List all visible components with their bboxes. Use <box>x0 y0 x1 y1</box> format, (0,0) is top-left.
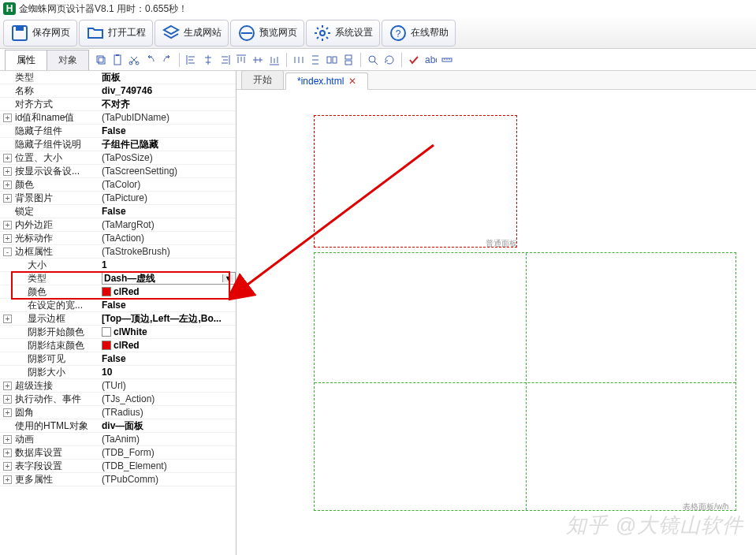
paste-icon[interactable] <box>110 52 125 68</box>
property-row[interactable]: +位置、大小(TaPosSize) <box>0 151 236 165</box>
align-center-v-icon[interactable] <box>250 52 266 68</box>
expand-toggle[interactable]: + <box>3 234 12 243</box>
ruler-icon[interactable] <box>439 52 455 68</box>
property-row[interactable]: 阴影可见False <box>0 352 236 366</box>
property-row[interactable]: 锁定False <box>0 205 236 218</box>
check-icon[interactable] <box>406 52 422 68</box>
align-bottom-icon[interactable] <box>266 52 282 68</box>
align-top-icon[interactable] <box>233 52 249 68</box>
property-value[interactable]: 子组件已隐藏 <box>102 138 236 151</box>
design-canvas[interactable]: 普通面板 表格面板/w/h <box>236 90 756 555</box>
refresh-icon[interactable] <box>382 52 397 68</box>
same-height-icon[interactable] <box>341 52 356 68</box>
expand-toggle[interactable]: + <box>3 435 12 444</box>
close-tab-icon[interactable]: ✕ <box>348 76 356 87</box>
property-value[interactable]: 不对齐 <box>102 98 236 111</box>
expand-toggle[interactable]: + <box>3 114 12 122</box>
expand-toggle[interactable]: + <box>3 167 12 176</box>
property-value[interactable]: (TJs_Action) <box>102 393 236 404</box>
dist-h-icon[interactable] <box>291 52 307 68</box>
property-value[interactable]: clRed <box>102 286 236 297</box>
property-value[interactable]: (TUrl) <box>102 380 236 391</box>
property-row[interactable]: +更多属性(TPubComm) <box>0 473 236 486</box>
property-row[interactable]: 在设定的宽...False <box>0 299 236 312</box>
expand-toggle[interactable]: + <box>3 382 12 390</box>
preview-button[interactable]: 预览网页 <box>230 20 304 47</box>
align-right-icon[interactable] <box>217 52 233 68</box>
undo-icon[interactable] <box>143 52 158 68</box>
open-button[interactable]: 打开工程 <box>79 20 153 47</box>
property-row[interactable]: +显示边框[Top—顶边,Left—左边,Bo... <box>0 312 236 326</box>
tab-attributes[interactable]: 属性 <box>5 50 47 70</box>
property-value[interactable]: clWhite <box>102 326 236 337</box>
property-row[interactable]: 对齐方式不对齐 <box>0 98 236 111</box>
expand-toggle[interactable]: + <box>3 408 12 417</box>
search-icon[interactable] <box>365 52 381 68</box>
align-left-icon[interactable] <box>184 52 199 68</box>
property-value[interactable]: div_749746 <box>102 85 236 96</box>
tab-start[interactable]: 开始 <box>241 70 284 90</box>
normal-panel-outline[interactable] <box>314 115 517 248</box>
property-row[interactable]: 隐藏子组件说明子组件已隐藏 <box>0 138 236 151</box>
property-value[interactable]: (TaMargRot) <box>102 219 236 230</box>
same-width-icon[interactable] <box>324 52 340 68</box>
expand-toggle[interactable]: + <box>3 181 12 189</box>
expand-toggle[interactable]: - <box>3 248 12 256</box>
property-row[interactable]: 阴影结束颜色clRed <box>0 339 236 352</box>
property-row[interactable]: 类型Dash—虚线▼ <box>0 272 236 285</box>
property-row[interactable]: +超级连接(TUrl) <box>0 379 236 393</box>
property-value[interactable]: (TaAction) <box>102 233 236 244</box>
property-row[interactable]: 阴影大小10 <box>0 366 236 379</box>
property-value[interactable]: False <box>102 125 236 136</box>
property-row[interactable]: 颜色clRed <box>0 285 236 299</box>
settings-button[interactable]: 系统设置 <box>306 20 380 47</box>
table-panel-outline[interactable] <box>314 252 736 511</box>
property-row[interactable]: -边框属性(TaStrokeBrush) <box>0 245 236 259</box>
expand-toggle[interactable]: + <box>3 221 12 229</box>
property-grid[interactable]: 类型面板名称div_749746对齐方式不对齐+id值和name值(TaPubI… <box>0 71 236 555</box>
property-value[interactable]: clRed <box>102 340 236 351</box>
property-row[interactable]: 使用的HTML对象div—面板 <box>0 419 236 433</box>
dropdown[interactable]: Dash—虚线▼ <box>102 272 236 285</box>
property-row[interactable]: +执行动作、事件(TJs_Action) <box>0 393 236 406</box>
tab-index-html[interactable]: *index.html ✕ <box>285 73 368 90</box>
property-row[interactable]: +数据库设置(TDB_Form) <box>0 446 236 460</box>
property-value[interactable]: 面板 <box>102 71 236 84</box>
save-button[interactable]: 保存网页 <box>3 20 77 47</box>
property-value[interactable]: False <box>102 353 236 364</box>
property-row[interactable]: +颜色(TaColor) <box>0 178 236 192</box>
redo-icon[interactable] <box>159 52 175 68</box>
property-value[interactable]: (TaAnim) <box>102 434 236 445</box>
abc-icon[interactable]: abc <box>423 52 438 68</box>
property-row[interactable]: +光标动作(TaAction) <box>0 232 236 245</box>
expand-toggle[interactable]: + <box>3 154 12 162</box>
property-row[interactable]: +背景图片(TaPicture) <box>0 192 236 205</box>
property-value[interactable]: Dash—虚线▼ <box>102 272 236 285</box>
tab-objects[interactable]: 对象 <box>47 50 89 70</box>
property-value[interactable]: (TDB_Form) <box>102 447 236 458</box>
property-value[interactable]: (TaPubIDName) <box>102 112 236 123</box>
property-row[interactable]: 阴影开始颜色clWhite <box>0 326 236 339</box>
property-row[interactable]: 类型面板 <box>0 71 236 84</box>
property-value[interactable]: (TaStrokeBrush) <box>102 246 236 257</box>
property-row[interactable]: +id值和name值(TaPubIDName) <box>0 111 236 125</box>
property-value[interactable]: (TaColor) <box>102 179 236 190</box>
property-value[interactable]: (TRadius) <box>102 407 236 418</box>
property-value[interactable]: False <box>102 300 236 311</box>
expand-toggle[interactable]: + <box>3 194 12 203</box>
help-button[interactable]: ? 在线帮助 <box>382 20 456 47</box>
build-button[interactable]: 生成网站 <box>155 20 229 47</box>
property-value[interactable]: 10 <box>102 367 236 378</box>
property-row[interactable]: +圆角(TRadius) <box>0 406 236 419</box>
expand-toggle[interactable]: + <box>3 395 12 404</box>
cut-icon[interactable] <box>126 52 142 68</box>
property-row[interactable]: +表字段设置(TDB_Element) <box>0 460 236 473</box>
property-row[interactable]: +动画(TaAnim) <box>0 433 236 446</box>
property-value[interactable]: div—面板 <box>102 419 236 433</box>
dist-v-icon[interactable] <box>307 52 323 68</box>
copy-icon[interactable] <box>93 52 109 68</box>
property-value[interactable]: [Top—顶边,Left—左边,Bo... <box>102 312 236 326</box>
property-value[interactable]: (TaScreenSetting) <box>102 166 236 177</box>
property-row[interactable]: +内外边距(TaMargRot) <box>0 218 236 232</box>
property-row[interactable]: 大小1 <box>0 259 236 272</box>
